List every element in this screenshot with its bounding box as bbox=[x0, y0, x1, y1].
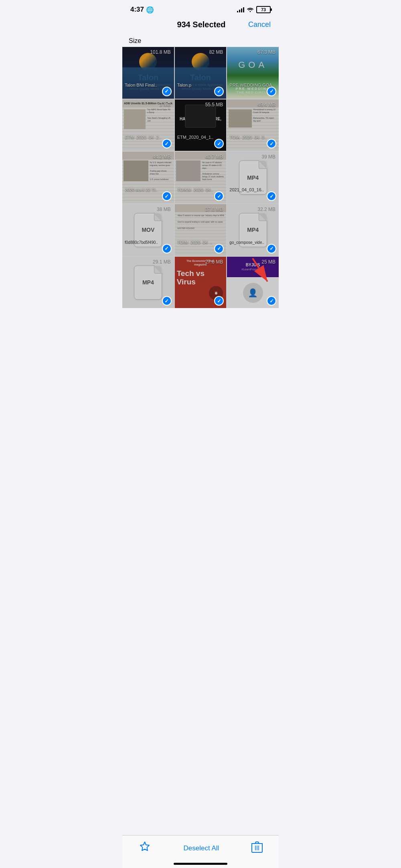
list-item[interactable]: ADB Unveils $1.5-Billion Covid Package T… bbox=[122, 99, 174, 151]
checkmark-icon bbox=[162, 244, 172, 254]
list-item[interactable]: MP4 39 MB 2021_04_03_16.. bbox=[227, 152, 279, 203]
cancel-button[interactable]: Cancel bbox=[248, 20, 271, 29]
checkmark-icon bbox=[267, 87, 276, 96]
checkmark-icon bbox=[162, 139, 172, 148]
list-item[interactable]: Talon Electronics & Home AppliancesWhere… bbox=[175, 47, 227, 99]
globe-icon: 🌐 bbox=[146, 6, 154, 14]
page-title: 934 Selected bbox=[154, 20, 248, 29]
checkmark-icon bbox=[162, 296, 172, 306]
status-bar: 4:37 🌐 73 bbox=[122, 0, 279, 17]
nav-bar: 934 Selected Cancel bbox=[122, 17, 279, 34]
checkmark-icon bbox=[162, 87, 172, 96]
list-item[interactable]: BYJU'S #LearnFromHome 👤 25 MB bbox=[227, 257, 279, 308]
checkmark-icon bbox=[214, 244, 224, 254]
list-item[interactable]: Talon Electronics & Home AppliancesWhere… bbox=[122, 47, 174, 99]
file-grid-wrapper: Talon Electronics & Home AppliancesWhere… bbox=[122, 47, 279, 340]
battery-icon: 73 bbox=[256, 6, 271, 13]
section-header: Size bbox=[122, 34, 279, 47]
status-time: 4:37 🌐 bbox=[130, 6, 154, 14]
list-item[interactable]: MP4 29.1 MB bbox=[122, 257, 174, 308]
list-item[interactable]: As U.S. deports infected migrants, worri… bbox=[122, 152, 174, 203]
list-item[interactable]: THINKPADHANDLE WITH CARE,OR NOT. 55.5 MB… bbox=[175, 99, 227, 151]
file-grid: Talon Electronics & Home AppliancesWhere… bbox=[122, 47, 279, 308]
status-right: 73 bbox=[237, 6, 271, 13]
signal-icon bbox=[237, 7, 244, 12]
list-item[interactable]: MP4 32.2 MB go_compose_vide.. bbox=[227, 204, 279, 256]
list-item[interactable]: GOA PRE WEDDING THE RED CIRCLE 67.3 MB P… bbox=[227, 47, 279, 99]
checkmark-icon bbox=[214, 87, 224, 96]
wifi-icon bbox=[247, 6, 254, 13]
list-item[interactable]: MOV 38 MB f0d880c7bd5f490.. bbox=[122, 204, 174, 256]
list-item[interactable]: The Economic Timesmagazine Tech vsVirus … bbox=[175, 257, 227, 308]
checkmark-icon bbox=[267, 244, 276, 254]
list-item[interactable]: No case in 47 districtsacross 20 states … bbox=[175, 152, 227, 203]
list-item[interactable]: Allow 5 sectors to resume ops: Industry … bbox=[175, 204, 227, 256]
checkmark-icon bbox=[267, 191, 276, 201]
checkmark-icon bbox=[162, 191, 172, 201]
list-item[interactable]: Ahmedabad is among 10 Covid-19 hotspotsM… bbox=[227, 99, 279, 151]
